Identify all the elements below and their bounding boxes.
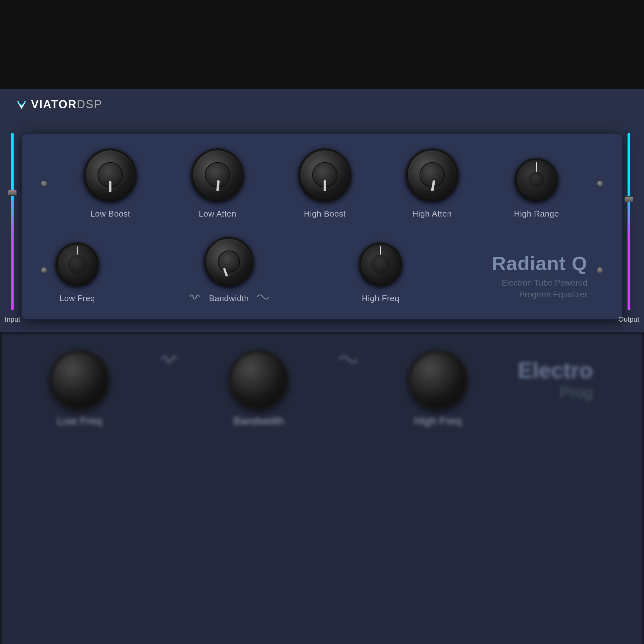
row2-with-screws: Low Freq Bandwidth (41, 238, 603, 303)
output-label: Output (618, 315, 639, 324)
low-atten-knob[interactable] (192, 149, 243, 200)
bandwidth-icons-row: Bandwidth (188, 290, 269, 303)
blurred-wave-left (160, 351, 179, 367)
bandwidth-knob[interactable] (205, 238, 253, 285)
output-slider-track[interactable] (628, 133, 630, 310)
blurred-right-text: Electro Prog (518, 351, 593, 401)
blurred-bandwidth: Bandwidth (230, 351, 287, 427)
high-freq-inner (371, 255, 390, 274)
knob-group-low-boost: Low Boost (85, 149, 136, 219)
low-freq-knob[interactable] (57, 243, 98, 285)
high-boost-inner (312, 162, 338, 187)
blurred-low-freq-label: Low Freq (57, 415, 102, 427)
blurred-high-freq-knob (409, 351, 466, 408)
output-slider-handle[interactable] (624, 196, 633, 202)
bandwidth-section: Bandwidth (188, 238, 269, 303)
blurred-high-freq-label: High Freq (414, 415, 461, 427)
low-atten-inner (205, 162, 230, 187)
radiant-subtitle: Electron Tube Powered Program Equalizer (492, 277, 587, 300)
low-atten-label: Low Atten (199, 209, 237, 219)
knob-group-high-freq: High Freq (360, 243, 401, 303)
high-atten-label: High Atten (412, 209, 452, 219)
wide-wave-icon (257, 292, 269, 302)
knobs-row1: Low Boost Low Atten High Boost (57, 149, 587, 219)
knobs-row2: Low Freq Bandwidth (57, 238, 587, 303)
header: VIATORDSP (0, 89, 644, 120)
blurred-prog-text: Prog (518, 383, 593, 401)
blurred-bandwidth-knob (230, 351, 287, 408)
high-range-inner (528, 172, 544, 187)
radiant-info: Radiant Q Electron Tube Powered Program … (492, 252, 587, 303)
blurred-wave-icon-left (160, 351, 179, 367)
viator-icon (16, 99, 27, 110)
high-atten-inner (420, 162, 445, 187)
knob-group-low-freq: Low Freq (57, 243, 98, 303)
high-boost-label: High Boost (304, 209, 346, 219)
brand-logo: VIATORDSP (16, 98, 102, 111)
bottom-blurred-section: Low Freq Bandwidth High Freq Electro Pro… (0, 332, 644, 644)
low-freq-inner (68, 255, 87, 274)
row1-with-screws: Low Boost Low Atten High Boost (41, 149, 603, 219)
screw-right-1 (587, 180, 603, 188)
high-boost-knob[interactable] (300, 149, 350, 200)
brand-name: VIATOR (31, 98, 77, 111)
low-boost-label: Low Boost (90, 209, 130, 219)
knob-group-high-boost: High Boost (300, 149, 350, 219)
bandwidth-inner (218, 250, 240, 273)
logo-text: VIATORDSP (31, 98, 102, 111)
subtitle-line2: Program Equalizer (519, 290, 587, 299)
input-slider-handle[interactable] (8, 190, 17, 196)
low-boost-knob[interactable] (85, 149, 136, 200)
eq-panel: Low Boost Low Atten High Boost (21, 133, 623, 320)
radiant-title: Radiant Q (492, 252, 587, 275)
knob-group-high-atten: High Atten (407, 149, 458, 219)
screw-left-1 (41, 180, 57, 188)
screw-right-2 (587, 267, 603, 275)
high-freq-knob[interactable] (360, 243, 401, 285)
blurred-low-freq: Low Freq (51, 351, 108, 427)
output-slider-area: Output (618, 133, 639, 324)
input-slider-track[interactable] (11, 133, 14, 310)
subtitle-line1: Electron Tube Powered (502, 278, 587, 287)
knob-group-low-atten: Low Atten (192, 149, 243, 219)
low-freq-label: Low Freq (60, 294, 95, 303)
high-atten-knob[interactable] (407, 149, 458, 200)
low-boost-inner (98, 162, 123, 187)
bandwidth-label: Bandwidth (209, 294, 249, 303)
main-content: Input Low Boost (0, 120, 644, 332)
blurred-low-freq-knob (51, 351, 108, 408)
top-bar (0, 0, 644, 89)
blurred-electro-text: Electro (518, 358, 593, 383)
screw-left-2 (41, 267, 57, 275)
blurred-wave-right (339, 351, 358, 367)
high-range-label: High Range (514, 209, 559, 219)
brand-suffix: DSP (77, 98, 102, 111)
blurred-wave-icon-right (339, 351, 358, 367)
knob-group-high-range: High Range (514, 159, 559, 219)
high-freq-label: High Freq (362, 294, 400, 303)
input-slider-area: Input (5, 133, 20, 324)
input-label: Input (5, 315, 20, 324)
high-range-knob[interactable] (516, 159, 557, 200)
blurred-high-freq: High Freq (409, 351, 466, 427)
blurred-bandwidth-label: Bandwidth (234, 415, 284, 427)
narrow-wave-icon (188, 292, 201, 302)
